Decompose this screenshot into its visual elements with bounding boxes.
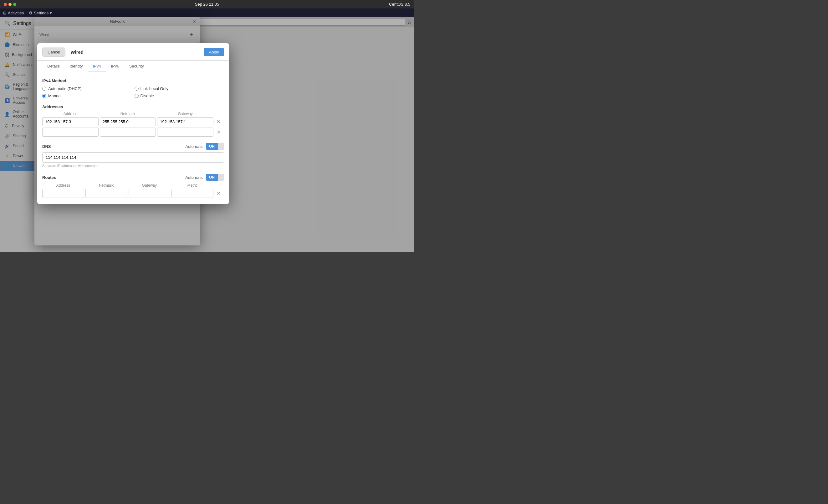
- dns-automatic-label: Automatic: [185, 144, 203, 149]
- routes-automatic-label: Automatic: [185, 175, 203, 180]
- privacy-icon: 🛡: [4, 124, 9, 129]
- addresses-section: Addresses Address Netmask Gateway ✕: [42, 104, 224, 137]
- addresses-label: Addresses: [42, 104, 224, 109]
- sidebar-label-bluetooth: Bluetooth: [13, 43, 29, 47]
- route-address-input[interactable]: [42, 189, 84, 198]
- tab-ipv6[interactable]: IPv6: [106, 61, 124, 72]
- sidebar-title: Settings: [13, 20, 31, 26]
- method-manual-radio[interactable]: [42, 94, 46, 98]
- bookmark-icon[interactable]: ☆: [407, 19, 412, 25]
- method-link-local-radio[interactable]: [134, 87, 139, 91]
- dns-header: DNS Automatic ON: [42, 143, 224, 150]
- dialog-tabs: Details Identity IPv4 IPv6 Security: [37, 61, 229, 72]
- routes-header: Routes Automatic ON: [42, 174, 224, 181]
- addr-row1-gateway-input[interactable]: [157, 117, 213, 126]
- tab-identity[interactable]: Identity: [65, 61, 88, 72]
- dns-toggle-on: ON: [206, 143, 218, 150]
- route-gateway-input[interactable]: [129, 189, 171, 198]
- main-area: 🔍 Settings 📶 Wi-Fi 🔵 Bluetooth 🖼 Backgro…: [0, 17, 414, 252]
- sidebar-label-network: Network: [13, 164, 27, 168]
- region-icon: 🌍: [4, 84, 10, 89]
- dns-input[interactable]: [42, 152, 224, 163]
- activities-button[interactable]: ⊞ Activities: [3, 11, 24, 15]
- wifi-icon: 📶: [4, 32, 10, 37]
- activities-bar: ⊞ Activities ⚙ Settings ▾: [0, 8, 414, 17]
- route-netmask-input[interactable]: [85, 189, 127, 198]
- route-headers: Address Netmask Gateway Metric: [42, 183, 224, 188]
- dns-label: DNS: [42, 144, 51, 149]
- access-icon: ♿: [4, 98, 10, 103]
- apply-button[interactable]: Apply: [204, 48, 224, 56]
- route-remove-button[interactable]: ✕: [215, 190, 222, 197]
- method-dhcp-option[interactable]: Automatic (DHCP): [42, 86, 132, 91]
- search-nav-icon: 🔍: [4, 72, 10, 77]
- tab-security[interactable]: Security: [124, 61, 149, 72]
- wired-dialog: Cancel Wired Apply Details Identity IPv4…: [37, 43, 229, 204]
- method-disable-radio[interactable]: [134, 94, 139, 98]
- routes-toggle-on: ON: [206, 174, 218, 181]
- minimize-traffic-light[interactable]: [8, 3, 11, 6]
- dialog-title: Wired: [71, 49, 84, 55]
- addr-row2-remove-button[interactable]: ✕: [215, 129, 222, 136]
- sidebar-label-privacy: Privacy: [12, 124, 24, 128]
- routes-toggle-row: Automatic ON: [185, 174, 224, 181]
- method-dhcp-radio[interactable]: [42, 87, 46, 91]
- routes-toggle-switch[interactable]: ON: [206, 174, 224, 181]
- notifications-icon: 🔔: [4, 62, 10, 67]
- addr-row2-address-input[interactable]: [42, 128, 98, 137]
- addr-row-2: ✕: [42, 128, 224, 137]
- routes-section: Routes Automatic ON Address Netmask Gate…: [42, 174, 224, 198]
- network-window-title: Network: [110, 19, 125, 24]
- method-manual-label: Manual: [48, 93, 61, 98]
- addr-col-gateway: Gateway: [157, 111, 213, 116]
- routes-label: Routes: [42, 175, 56, 180]
- ipv4-method-options: Automatic (DHCP) Link-Local Only Manual …: [42, 86, 224, 98]
- system-bar-left: [4, 3, 16, 6]
- route-metric-input[interactable]: [171, 189, 213, 198]
- route-col-gateway: Gateway: [129, 183, 171, 188]
- dialog-actions: Cancel: [42, 48, 66, 57]
- wired-section-title: Wired: [39, 33, 49, 37]
- route-row-1: ✕: [42, 189, 224, 198]
- addr-col-address: Address: [42, 111, 98, 116]
- maximize-traffic-light[interactable]: [13, 3, 16, 6]
- addr-row2-gateway-input[interactable]: [157, 128, 213, 137]
- add-wired-button[interactable]: +: [188, 31, 195, 39]
- tab-details[interactable]: Details: [42, 61, 65, 72]
- cancel-button[interactable]: Cancel: [42, 48, 66, 57]
- addr-row2-netmask-input[interactable]: [100, 128, 156, 137]
- addr-row1-netmask-input[interactable]: [100, 117, 156, 126]
- system-bar-right: CentOS 8.5: [389, 2, 410, 7]
- search-icon[interactable]: 🔍: [4, 20, 11, 26]
- method-manual-option[interactable]: Manual: [42, 93, 132, 98]
- accounts-icon: 👤: [4, 111, 10, 117]
- traffic-lights: [4, 3, 16, 6]
- route-col-netmask: Netmask: [85, 183, 127, 188]
- grid-icon: ⊞: [3, 11, 7, 15]
- dns-toggle-row: Automatic ON: [185, 143, 224, 150]
- activities-label-text: Activities: [8, 11, 24, 15]
- network-window-close-button[interactable]: ✕: [192, 19, 197, 25]
- method-link-local-option[interactable]: Link-Local Only: [134, 86, 224, 91]
- addresses-table: Address Netmask Gateway ✕: [42, 111, 224, 137]
- dns-section: DNS Automatic ON Separate IP addresses w…: [42, 143, 224, 168]
- sidebar-label-power: Power: [13, 154, 24, 158]
- close-traffic-light[interactable]: [4, 3, 7, 6]
- dns-toggle-switch[interactable]: ON: [206, 143, 224, 150]
- sidebar-label-background: Background: [12, 52, 32, 57]
- network-window-titlebar: Network ✕: [34, 17, 200, 26]
- addr-row1-remove-button[interactable]: ✕: [215, 118, 222, 126]
- background-icon: 🖼: [4, 52, 9, 57]
- route-col-metric: Metric: [171, 183, 213, 188]
- ipv4-method-section: IPv4 Method Automatic (DHCP) Link-Local …: [42, 79, 224, 98]
- method-disable-option[interactable]: Disable: [134, 93, 224, 98]
- dns-hint: Separate IP addresses with commas: [42, 164, 224, 168]
- addr-row1-address-input[interactable]: [42, 117, 98, 126]
- settings-nav-button[interactable]: ⚙ Settings ▾: [29, 11, 52, 15]
- tab-ipv4[interactable]: IPv4: [88, 61, 106, 72]
- addr-col-netmask: Netmask: [100, 111, 156, 116]
- dialog-header: Cancel Wired Apply: [37, 43, 229, 61]
- sidebar-label-wifi: Wi-Fi: [13, 33, 22, 37]
- chevron-down-icon: ▾: [50, 11, 52, 15]
- sidebar-label-search: Search: [13, 73, 25, 77]
